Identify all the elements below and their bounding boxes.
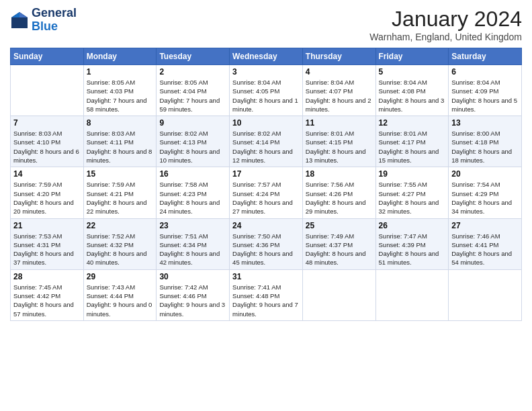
day-number: 21 [13,221,81,230]
day-number: 25 [306,221,373,230]
day-number: 9 [159,118,226,128]
weekday-header-friday: Friday [375,48,449,65]
title-section: January 2024 Warnham, England, United Ki… [369,7,522,42]
day-cell [11,65,84,116]
day-info: Sunrise: 8:05 AMSunset: 4:03 PMDaylight:… [87,78,154,113]
weekday-header-monday: Monday [83,48,157,65]
day-info: Sunrise: 7:42 AMSunset: 4:46 PMDaylight:… [159,283,226,318]
day-info: Sunrise: 7:57 AMSunset: 4:24 PMDaylight:… [232,180,300,216]
logo-icon [10,11,29,30]
day-cell: 17Sunrise: 7:57 AMSunset: 4:24 PMDayligh… [230,167,303,218]
day-info: Sunrise: 7:47 AMSunset: 4:39 PMDaylight:… [379,232,446,267]
day-number: 26 [379,221,446,230]
day-cell: 27Sunrise: 7:46 AMSunset: 4:41 PMDayligh… [449,218,522,269]
location: Warnham, England, United Kingdom [369,32,522,42]
day-info: Sunrise: 7:49 AMSunset: 4:37 PMDaylight:… [306,232,373,267]
weekday-header-wednesday: Wednesday [230,48,303,65]
day-number: 28 [13,272,81,281]
day-cell: 26Sunrise: 7:47 AMSunset: 4:39 PMDayligh… [375,218,449,269]
day-cell: 31Sunrise: 7:41 AMSunset: 4:48 PMDayligh… [230,269,303,320]
day-info: Sunrise: 8:04 AMSunset: 4:09 PMDaylight:… [451,78,519,113]
day-cell: 23Sunrise: 7:51 AMSunset: 4:34 PMDayligh… [157,218,230,269]
day-cell: 8Sunrise: 8:03 AMSunset: 4:11 PMDaylight… [83,116,157,167]
day-number: 10 [232,118,300,128]
calendar-table: SundayMondayTuesdayWednesdayThursdayFrid… [10,48,522,321]
day-info: Sunrise: 8:04 AMSunset: 4:07 PMDaylight:… [306,78,373,113]
weekday-header-thursday: Thursday [302,48,375,65]
weekday-header-row: SundayMondayTuesdayWednesdayThursdayFrid… [11,48,522,65]
day-cell: 11Sunrise: 8:01 AMSunset: 4:15 PMDayligh… [302,116,375,167]
day-cell: 29Sunrise: 7:43 AMSunset: 4:44 PMDayligh… [83,269,157,320]
day-number: 1 [87,67,154,77]
day-info: Sunrise: 8:01 AMSunset: 4:17 PMDaylight:… [379,129,446,165]
day-info: Sunrise: 7:59 AMSunset: 4:20 PMDaylight:… [13,180,81,216]
week-row-4: 21Sunrise: 7:53 AMSunset: 4:31 PMDayligh… [11,218,522,269]
day-number: 8 [87,118,154,128]
day-info: Sunrise: 7:54 AMSunset: 4:29 PMDaylight:… [451,180,519,216]
day-info: Sunrise: 8:04 AMSunset: 4:08 PMDaylight:… [379,78,446,113]
day-number: 18 [306,169,373,179]
day-number: 19 [379,169,446,179]
day-cell: 19Sunrise: 7:55 AMSunset: 4:27 PMDayligh… [375,167,449,218]
day-cell: 6Sunrise: 8:04 AMSunset: 4:09 PMDaylight… [449,65,522,116]
day-number: 22 [87,221,154,230]
day-info: Sunrise: 7:41 AMSunset: 4:48 PMDaylight:… [232,283,300,318]
day-info: Sunrise: 8:01 AMSunset: 4:15 PMDaylight:… [306,129,373,165]
day-number: 16 [159,169,226,179]
day-number: 20 [451,169,519,179]
week-row-1: 1Sunrise: 8:05 AMSunset: 4:03 PMDaylight… [11,65,522,116]
logo-text: General Blue [32,7,77,34]
day-info: Sunrise: 7:43 AMSunset: 4:44 PMDaylight:… [87,283,154,318]
day-number: 3 [232,67,300,77]
day-cell: 24Sunrise: 7:50 AMSunset: 4:36 PMDayligh… [230,218,303,269]
day-cell: 10Sunrise: 8:02 AMSunset: 4:14 PMDayligh… [230,116,303,167]
day-number: 2 [159,67,226,77]
day-info: Sunrise: 7:46 AMSunset: 4:41 PMDaylight:… [451,232,519,267]
weekday-header-tuesday: Tuesday [157,48,230,65]
day-number: 24 [232,221,300,230]
day-number: 12 [379,118,446,128]
day-number: 17 [232,169,300,179]
day-number: 27 [451,221,519,230]
day-info: Sunrise: 8:03 AMSunset: 4:10 PMDaylight:… [13,129,81,165]
day-cell: 30Sunrise: 7:42 AMSunset: 4:46 PMDayligh… [157,269,230,320]
svg-marker-1 [19,12,28,17]
day-info: Sunrise: 7:52 AMSunset: 4:32 PMDaylight:… [87,232,154,267]
day-number: 29 [87,272,154,281]
day-info: Sunrise: 7:53 AMSunset: 4:31 PMDaylight:… [13,232,81,267]
day-cell: 25Sunrise: 7:49 AMSunset: 4:37 PMDayligh… [302,218,375,269]
week-row-5: 28Sunrise: 7:45 AMSunset: 4:42 PMDayligh… [11,269,522,320]
day-number: 31 [232,272,300,281]
day-number: 23 [159,221,226,230]
day-cell: 13Sunrise: 8:00 AMSunset: 4:18 PMDayligh… [449,116,522,167]
day-cell: 16Sunrise: 7:58 AMSunset: 4:23 PMDayligh… [157,167,230,218]
day-info: Sunrise: 8:02 AMSunset: 4:14 PMDaylight:… [232,129,300,165]
logo: General Blue [10,7,77,34]
day-number: 11 [306,118,373,128]
day-cell: 18Sunrise: 7:56 AMSunset: 4:26 PMDayligh… [302,167,375,218]
day-info: Sunrise: 7:45 AMSunset: 4:42 PMDaylight:… [13,283,81,318]
day-cell [449,269,522,320]
page: General Blue January 2024 Warnham, Engla… [0,0,532,411]
day-cell: 15Sunrise: 7:59 AMSunset: 4:21 PMDayligh… [83,167,157,218]
week-row-2: 7Sunrise: 8:03 AMSunset: 4:10 PMDaylight… [11,116,522,167]
logo-line2: Blue [32,20,77,34]
day-cell: 3Sunrise: 8:04 AMSunset: 4:05 PMDaylight… [230,65,303,116]
day-info: Sunrise: 8:02 AMSunset: 4:13 PMDaylight:… [159,129,226,165]
day-info: Sunrise: 8:00 AMSunset: 4:18 PMDaylight:… [451,129,519,165]
day-info: Sunrise: 7:58 AMSunset: 4:23 PMDaylight:… [159,180,226,216]
day-info: Sunrise: 8:05 AMSunset: 4:04 PMDaylight:… [159,78,226,113]
day-cell: 12Sunrise: 8:01 AMSunset: 4:17 PMDayligh… [375,116,449,167]
weekday-header-saturday: Saturday [449,48,522,65]
day-cell: 1Sunrise: 8:05 AMSunset: 4:03 PMDaylight… [83,65,157,116]
weekday-header-sunday: Sunday [11,48,84,65]
day-cell: 2Sunrise: 8:05 AMSunset: 4:04 PMDaylight… [157,65,230,116]
day-number: 30 [159,272,226,281]
day-number: 4 [306,67,373,77]
svg-marker-2 [11,12,19,17]
day-number: 14 [13,169,81,179]
week-row-3: 14Sunrise: 7:59 AMSunset: 4:20 PMDayligh… [11,167,522,218]
month-year: January 2024 [369,7,522,32]
day-cell: 7Sunrise: 8:03 AMSunset: 4:10 PMDaylight… [11,116,84,167]
day-number: 7 [13,118,81,128]
